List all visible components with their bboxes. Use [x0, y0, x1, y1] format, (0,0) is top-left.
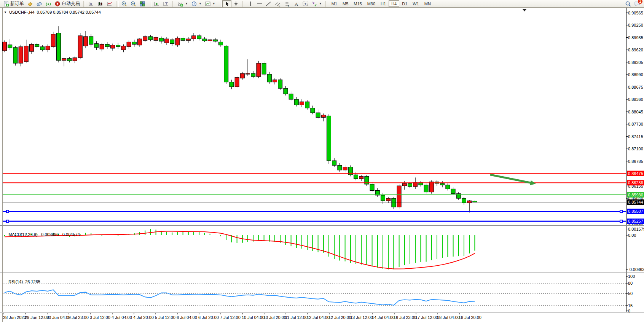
macd-indicator-header: MACD(12,26,9)-0.003896-0.004574: [4, 228, 80, 241]
time-label: 10 Jul 04:00: [242, 315, 265, 320]
vertical-line-tool[interactable]: [246, 0, 255, 7]
timeframe-MN[interactable]: MN: [422, 0, 434, 7]
price-tick-label: 0.87730: [628, 122, 643, 126]
fibonacci-tool[interactable]: F: [282, 0, 292, 7]
search-icon[interactable]: [625, 1, 631, 7]
chart-collapse-icon[interactable]: ▼: [4, 11, 7, 14]
time-label: 10 Jul 20:00: [263, 315, 286, 320]
toolbar-separator: [172, 1, 175, 7]
time-label: 17 Jul 12:00: [415, 315, 438, 320]
time-label: 12 Jul 04:00: [307, 315, 330, 320]
time-label: 18 Jul 04:00: [437, 315, 460, 320]
time-label: 30 Jun 04:00: [46, 315, 71, 320]
price-badge-label: 0.86475: [628, 171, 643, 176]
vertical-line-icon: [247, 1, 253, 7]
time-label: 11 Jul 12:00: [285, 315, 308, 320]
periods-button[interactable]: ▼: [190, 0, 203, 7]
candle: [224, 46, 228, 82]
time-label: 14 Jul 04:00: [372, 315, 395, 320]
toolbar-separator: [242, 1, 245, 7]
rsi-tick-label: 100: [628, 274, 635, 279]
price-tick-label: 0.87415: [628, 134, 643, 139]
rsi-name: RSI(14): [8, 279, 23, 284]
chevron-down-icon: ▼: [199, 2, 202, 5]
new-order-icon: [3, 1, 9, 7]
candle: [467, 201, 472, 203]
candle: [116, 45, 120, 47]
price-badge-label: 0.86236: [628, 180, 643, 185]
chart-shift-marker[interactable]: [522, 9, 527, 11]
crosshair-tool-button[interactable]: [231, 0, 241, 7]
zoom-out-button[interactable]: [129, 0, 138, 7]
candle: [105, 45, 109, 47]
candlestick-chart-button[interactable]: [96, 0, 105, 7]
time-label: 4 Jul 20:00: [133, 315, 154, 320]
candle: [456, 194, 461, 198]
trend-arrow-line[interactable]: [490, 175, 532, 183]
auto-scroll-button[interactable]: [152, 0, 161, 7]
horizontal-line-icon: [257, 1, 263, 7]
candle: [127, 42, 131, 46]
timeframe-M15[interactable]: M15: [351, 0, 364, 7]
horizontal-line-tool[interactable]: [255, 0, 264, 7]
candle: [40, 47, 45, 50]
timeframe-D1[interactable]: D1: [399, 0, 410, 7]
community-button[interactable]: [35, 0, 44, 7]
candle: [78, 36, 82, 58]
templates-button[interactable]: ▼: [203, 0, 217, 7]
line-handle[interactable]: [620, 220, 622, 222]
chart-shift-button[interactable]: [161, 0, 171, 7]
chat-button[interactable]: 1: [634, 1, 640, 7]
arrows-icon: [311, 1, 317, 7]
chart-window: 0.905650.902500.899350.896200.893050.889…: [0, 8, 644, 322]
candlestick-chart-icon: [97, 1, 104, 7]
candle: [327, 116, 331, 161]
candle: [440, 183, 445, 185]
candle: [143, 37, 147, 40]
line-chart-button[interactable]: [105, 0, 114, 7]
trendline-tool[interactable]: [264, 0, 273, 7]
timeframe-H4[interactable]: H4: [389, 0, 399, 7]
candle: [397, 186, 401, 207]
timeframe-W1[interactable]: W1: [410, 0, 422, 7]
candle: [386, 198, 391, 201]
text-tool[interactable]: A: [292, 0, 301, 7]
signals-button[interactable]: [44, 0, 53, 7]
toolbar-separator: [149, 1, 151, 7]
new-order-button[interactable]: 新订单: [2, 0, 26, 7]
arrows-tool[interactable]: ▼: [310, 0, 324, 7]
zoom-in-button[interactable]: [120, 0, 129, 7]
ohlc-values: 0.85769 0.85784 0.85742 0.85744: [37, 10, 101, 14]
line-handle[interactable]: [620, 210, 622, 212]
bar-chart-button[interactable]: [87, 0, 96, 7]
channel-tool[interactable]: E: [273, 0, 282, 7]
rsi-tick-label: 0: [628, 309, 630, 313]
rsi-tick-label: 80: [628, 281, 633, 285]
candle: [208, 40, 212, 41]
chart-canvas[interactable]: 0.905650.902500.899350.896200.893050.889…: [0, 8, 644, 322]
candle: [186, 39, 190, 40]
timeframe-M30[interactable]: M30: [365, 0, 378, 7]
new-chart-gold-button[interactable]: [26, 0, 35, 7]
tile-windows-button[interactable]: [138, 0, 147, 7]
timeframe-H1[interactable]: H1: [378, 0, 389, 7]
candle: [197, 36, 201, 39]
timeframe-M5[interactable]: M5: [340, 0, 351, 7]
line-handle[interactable]: [6, 210, 9, 212]
candle: [354, 175, 358, 179]
cursor-tool-button[interactable]: [222, 0, 231, 7]
indicators-button[interactable]: ▼: [176, 0, 190, 7]
indicators-icon: [177, 1, 183, 7]
zoom-out-icon: [130, 1, 136, 7]
autotrading-button[interactable]: 自动交易: [53, 0, 81, 7]
candle: [89, 37, 93, 45]
price-tick-label: 0.89305: [628, 60, 643, 65]
zoom-in-icon: [121, 1, 127, 7]
timeframe-M1[interactable]: M1: [329, 0, 340, 7]
candle: [246, 73, 250, 74]
line-handle[interactable]: [6, 220, 9, 222]
text-label-tool[interactable]: T: [301, 0, 310, 7]
time-label: 13 Jul 12:00: [350, 315, 373, 320]
candle: [170, 40, 174, 43]
text-label-icon: T: [302, 1, 308, 7]
